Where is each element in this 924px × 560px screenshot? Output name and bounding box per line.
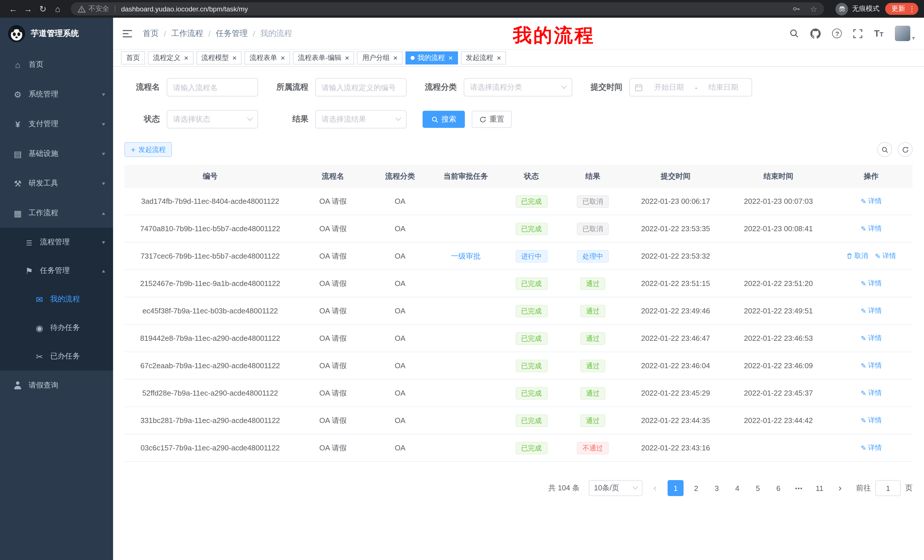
sidebar-item-done-tasks[interactable]: 已办任务: [0, 342, 113, 370]
browser-reload-button[interactable]: ↻: [35, 1, 50, 16]
view-tab[interactable]: 流程模型 ×: [196, 51, 242, 64]
status-select[interactable]: 请选择状态: [167, 110, 258, 129]
sidebar-item-todo-tasks[interactable]: 待办任务: [0, 313, 113, 342]
edit-icon: ✎: [861, 444, 866, 452]
view-tab[interactable]: 用户分组 ×: [357, 51, 403, 64]
breadcrumb-home[interactable]: 首页: [143, 28, 159, 39]
sidebar-menu: 首页 系统管理 ▾ 支付管理 ▾ 基础设施 ▾: [0, 49, 113, 400]
prev-page-button[interactable]: ‹: [647, 480, 663, 496]
cell-id: 7317cec6-7b9b-11ec-b5b7-acde48001122: [124, 252, 296, 260]
browser-back-button[interactable]: ←: [6, 1, 21, 16]
sidebar-item-my-process[interactable]: 我的流程: [0, 285, 113, 313]
create-process-button[interactable]: + 发起流程: [124, 142, 172, 157]
table-toolbar: + 发起流程: [124, 142, 913, 157]
bookmark-star-icon[interactable]: ☆: [810, 4, 817, 13]
result-select[interactable]: 请选择流结果: [315, 110, 406, 129]
view-tab[interactable]: 流程表单-编辑 ×: [293, 51, 354, 64]
view-tab[interactable]: 我的流程 ×: [405, 51, 458, 64]
detail-link[interactable]: ✎ 详情: [861, 224, 882, 234]
page-button[interactable]: •••: [791, 480, 807, 496]
process-definition-input[interactable]: [315, 78, 406, 96]
close-icon[interactable]: ×: [496, 54, 501, 61]
page-size-select[interactable]: 10条/页: [589, 480, 642, 496]
next-page-button[interactable]: ›: [832, 480, 848, 496]
hamburger-icon[interactable]: [122, 29, 132, 38]
cell-result: 通过: [561, 359, 624, 372]
reset-button[interactable]: 重置: [472, 111, 512, 128]
start-date-placeholder[interactable]: 开始日期: [645, 82, 693, 93]
password-key-icon[interactable]: [792, 4, 801, 13]
github-icon[interactable]: [811, 28, 821, 39]
close-icon[interactable]: ×: [393, 54, 398, 61]
app-logo[interactable]: 芋道管理系统: [0, 18, 113, 49]
search-button[interactable]: 搜索: [423, 111, 465, 128]
task-link[interactable]: 一级审批: [451, 251, 480, 261]
page-button[interactable]: 1: [668, 480, 684, 496]
detail-link[interactable]: ✎ 详情: [875, 251, 896, 261]
sidebar-item-payment-mgmt[interactable]: 支付管理 ▾: [0, 109, 113, 139]
view-tab[interactable]: 首页 ×: [121, 51, 145, 64]
logo-panda-icon: [8, 25, 25, 42]
sidebar-item-home[interactable]: 首页: [0, 49, 113, 79]
search-icon[interactable]: [789, 28, 799, 38]
close-icon[interactable]: ×: [232, 54, 236, 61]
cell-id: 03c6c157-7b9a-11ec-a290-acde48001122: [124, 443, 296, 452]
update-button[interactable]: 更新 ⋮: [885, 3, 918, 15]
detail-link[interactable]: ✎ 详情: [861, 306, 882, 316]
sidebar-item-dev-tools[interactable]: 研发工具 ▾: [0, 168, 113, 198]
page-button[interactable]: 2: [688, 480, 704, 496]
browser-forward-button[interactable]: →: [21, 1, 35, 16]
sidebar-item-process-mgmt[interactable]: 流程管理 ▾: [0, 228, 113, 256]
sidebar-item-infrastructure[interactable]: 基础设施 ▾: [0, 139, 113, 168]
detail-link[interactable]: ✎ 详情: [861, 388, 882, 398]
view-tab[interactable]: 发起流程 ×: [460, 51, 506, 64]
font-size-icon[interactable]: TT: [874, 29, 884, 38]
refresh-button[interactable]: [898, 142, 913, 157]
browser-menu-icon[interactable]: ⋮: [908, 4, 916, 13]
cell-name: OA 请假: [296, 251, 370, 261]
detail-link[interactable]: ✎ 详情: [861, 416, 882, 425]
cell-result: 已取消: [561, 195, 624, 208]
view-tab[interactable]: 流程表单 ×: [244, 51, 290, 64]
breadcrumb-workflow[interactable]: 工作流程: [171, 28, 203, 39]
close-icon[interactable]: ×: [448, 54, 453, 61]
address-bar[interactable]: 不安全 dashboard.yudao.iocoder.cn/bpm/task/…: [71, 2, 824, 15]
detail-link[interactable]: ✎ 详情: [861, 279, 882, 288]
sidebar-item-workflow[interactable]: 工作流程 ▴: [0, 198, 113, 228]
help-icon[interactable]: ?: [832, 28, 842, 38]
user-menu[interactable]: ▾: [895, 26, 915, 41]
process-name-input[interactable]: [167, 78, 258, 96]
detail-link[interactable]: ✎ 详情: [861, 443, 882, 453]
view-tab[interactable]: 流程定义 ×: [148, 51, 193, 64]
page-button[interactable]: 4: [729, 480, 745, 496]
cell-actions: 取消 ✎ 详情: [830, 443, 913, 453]
toggle-search-button[interactable]: [877, 142, 892, 157]
browser-home-button[interactable]: ⌂: [50, 1, 65, 16]
cancel-link[interactable]: 取消: [846, 251, 868, 261]
sidebar-item-leave-query[interactable]: 请假查询: [0, 370, 113, 400]
category-select[interactable]: 请选择流程分类: [464, 78, 572, 96]
sidebar-item-system-mgmt[interactable]: 系统管理 ▾: [0, 79, 113, 109]
cell-status: 已完成: [501, 304, 561, 317]
end-date-placeholder[interactable]: 结束日期: [700, 82, 747, 93]
close-icon[interactable]: ×: [280, 54, 285, 61]
breadcrumb-task-mgmt[interactable]: 任务管理: [216, 28, 248, 39]
detail-link[interactable]: ✎ 详情: [861, 361, 882, 370]
page-button[interactable]: 6: [770, 480, 786, 496]
page-button[interactable]: 3: [709, 480, 725, 496]
cell-actions: 取消 ✎ 详情: [830, 388, 913, 398]
sidebar-item-task-mgmt[interactable]: 任务管理 ▴: [0, 256, 113, 285]
detail-link[interactable]: ✎ 详情: [861, 196, 882, 206]
date-range-picker[interactable]: 开始日期 - 结束日期: [629, 78, 752, 96]
fullscreen-icon[interactable]: [854, 29, 862, 38]
close-icon[interactable]: ×: [184, 54, 188, 61]
cell-result: 已取消: [561, 222, 624, 235]
cell-submit-time: 2022-01-22 23:44:35: [624, 416, 727, 425]
goto-page-input[interactable]: [876, 480, 901, 496]
cell-name: OA 请假: [296, 278, 370, 289]
detail-link[interactable]: ✎ 详情: [861, 333, 882, 343]
page-button[interactable]: 5: [750, 480, 766, 496]
col-header-actions: 操作: [830, 171, 913, 181]
page-button[interactable]: 11: [812, 480, 828, 496]
close-icon[interactable]: ×: [345, 54, 349, 61]
